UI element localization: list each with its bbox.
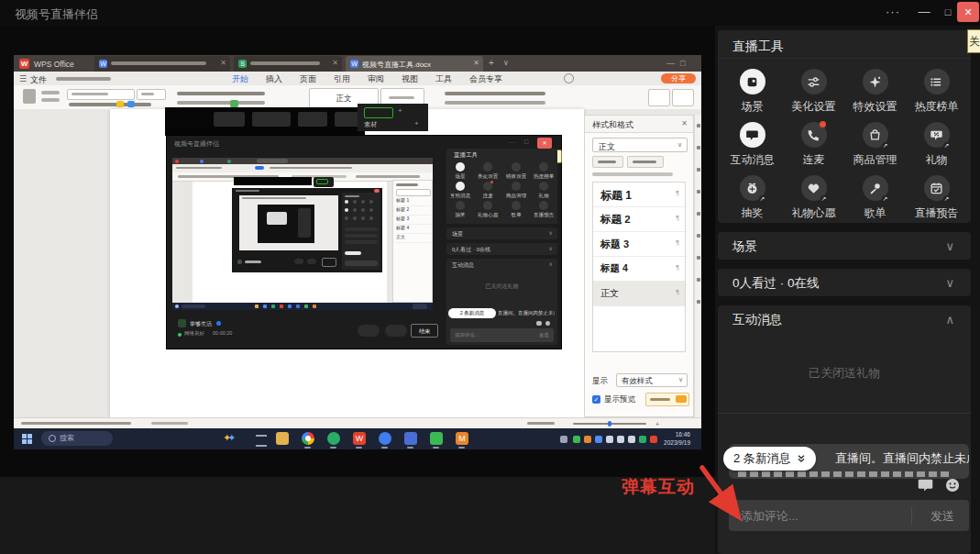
strip-icon[interactable]: [697, 124, 700, 127]
new-messages-pill[interactable]: 2 条新消息: [723, 447, 816, 471]
close-icon[interactable]: ✕: [957, 2, 979, 22]
notes-icon[interactable]: [430, 432, 443, 445]
wps-sheet-tab[interactable]: S ✕: [234, 56, 342, 72]
current-style-dropdown[interactable]: 正文 ∨: [592, 138, 688, 152]
paste-icon[interactable]: [23, 89, 36, 104]
highlight-color-icon[interactable]: [116, 101, 124, 107]
tray-icon[interactable]: [560, 436, 567, 443]
task-view-icon[interactable]: [256, 435, 267, 447]
strip-icon[interactable]: [697, 234, 700, 238]
scene-section-bar[interactable]: 场景 ∨: [718, 232, 971, 260]
decor: [72, 93, 108, 95]
tool-ranking[interactable]: 热度榜单: [906, 60, 967, 113]
tool-goods[interactable]: ↗商品管理: [844, 113, 906, 166]
nested-screenshot-band: [234, 177, 312, 185]
new-style-button[interactable]: [592, 156, 623, 168]
nested-tool-label: 礼物心愿: [475, 211, 501, 218]
taskbar-clock[interactable]: 16:46 2023/9/19: [664, 430, 690, 447]
show-dropdown[interactable]: 有效样式 ∨: [616, 373, 688, 387]
clear-format-button[interactable]: [627, 156, 664, 168]
tool-gift-wish[interactable]: ↗礼物心愿: [783, 166, 844, 219]
minimize-icon[interactable]: —: [913, 4, 935, 22]
wps-active-doc-tab[interactable]: W 视频号直播工具.docx ✕: [346, 56, 483, 72]
tool-co-stream[interactable]: 连麦: [783, 113, 844, 166]
tool-interact-message[interactable]: 互动消息: [721, 113, 783, 166]
strip-icon[interactable]: [697, 300, 700, 304]
tool-song-list[interactable]: ↗歌单: [844, 166, 906, 219]
nested-tool-label: 互动消息: [447, 192, 473, 199]
hamburger-icon[interactable]: ☰: [19, 74, 27, 83]
share-button[interactable]: 分享: [661, 73, 696, 83]
strip-icon[interactable]: [697, 256, 700, 260]
limited-free-button[interactable]: [645, 393, 689, 406]
style-item[interactable]: 标题 3¶: [593, 232, 685, 257]
app-icon[interactable]: [404, 432, 417, 445]
ribbon-tool-box[interactable]: [672, 89, 694, 106]
wps-doc-tab[interactable]: W ✕: [94, 56, 230, 72]
strip-icon[interactable]: [697, 190, 700, 194]
styles-panel-header: 样式和格式 ✕: [585, 116, 693, 133]
tray-icon[interactable]: [573, 436, 580, 443]
more-menu-icon[interactable]: ···: [882, 4, 904, 22]
tab-close-icon[interactable]: ✕: [473, 59, 479, 67]
tray-icon[interactable]: [617, 436, 624, 443]
copilot-icon[interactable]: ✦✦: [223, 432, 236, 444]
comment-panel-icon[interactable]: [918, 478, 933, 492]
strip-icon[interactable]: [697, 168, 700, 172]
style-item[interactable]: 标题 4¶: [593, 257, 685, 282]
tool-gift[interactable]: ↗礼物: [906, 113, 967, 166]
decor: [878, 76, 880, 78]
explorer-icon[interactable]: [276, 432, 289, 445]
comment-input[interactable]: 添加评论... 发送: [729, 500, 969, 531]
panel-close-icon[interactable]: ✕: [681, 119, 688, 127]
tab-close-icon[interactable]: ✕: [332, 59, 338, 67]
style-item[interactable]: 正文¶: [593, 282, 685, 306]
decor: 添加评论...: [455, 332, 479, 338]
decor: [808, 130, 818, 140]
font-name-box[interactable]: [67, 89, 135, 100]
maximize-icon[interactable]: □: [937, 4, 959, 22]
font-size-box[interactable]: [137, 89, 166, 100]
tray-icon[interactable]: [606, 436, 613, 443]
wechat-icon[interactable]: [327, 432, 340, 445]
tool-lottery[interactable]: ↗抽奖: [721, 166, 783, 219]
tab-close-icon[interactable]: ✕: [220, 59, 226, 67]
edge-icon[interactable]: [379, 432, 391, 445]
wps-icon[interactable]: W: [353, 432, 366, 445]
tool-scene[interactable]: 场景: [721, 60, 783, 113]
tray-icon[interactable]: [584, 436, 591, 443]
wps-window-controls[interactable]: —□: [666, 59, 690, 68]
send-button[interactable]: 发送: [930, 508, 954, 525]
audience-section-bar[interactable]: 0人看过 · 0在线 ∨: [718, 269, 971, 296]
strip-icon[interactable]: [697, 146, 700, 150]
search-icon[interactable]: [564, 73, 574, 83]
tray-icon[interactable]: [650, 436, 657, 443]
tray-icon[interactable]: [639, 436, 646, 443]
interaction-panel: 互动消息 ∧ 已关闭送礼物 直播间。直播间内禁止未成年 2 条新消息 添加评论.…: [718, 305, 971, 554]
m-app-icon[interactable]: M: [456, 432, 468, 445]
lottery-icon: ↗: [740, 175, 765, 201]
strip-icon[interactable]: [697, 212, 700, 216]
chevron-up-icon[interactable]: ∧: [945, 313, 954, 327]
style-item[interactable]: 标题 1¶: [593, 183, 685, 207]
tool-beauty[interactable]: 美化设置: [783, 60, 844, 113]
tray-icon[interactable]: [595, 436, 602, 443]
font-color-icon[interactable]: [127, 101, 135, 107]
tool-live-notice[interactable]: ↗直播预告: [906, 166, 967, 219]
shading-icon[interactable]: [230, 100, 238, 107]
start-button-icon[interactable]: [22, 434, 32, 444]
styles-format-panel: 样式和格式 ✕ 正文 ∨ 标题 1¶标题 2¶标题 3¶标题 4¶正文¶ 显示 …: [584, 115, 694, 417]
tool-dot: [361, 216, 365, 220]
tray-icon[interactable]: [628, 436, 635, 443]
emoji-icon[interactable]: [945, 478, 960, 493]
ribbon-tool-box[interactable]: [648, 89, 670, 106]
taskbar-search[interactable]: 搜索: [41, 431, 113, 446]
strip-icon[interactable]: [697, 278, 700, 282]
preview-checkbox[interactable]: ✓: [592, 395, 600, 404]
chrome-icon[interactable]: [302, 432, 314, 445]
zoom-plus-icon[interactable]: +: [655, 421, 659, 427]
style-item[interactable]: 标题 2¶: [593, 207, 685, 232]
new-tab-icon[interactable]: +: [489, 58, 494, 68]
tool-effects[interactable]: 特效设置: [844, 60, 906, 113]
tab-list-icon[interactable]: ∨: [503, 59, 509, 67]
